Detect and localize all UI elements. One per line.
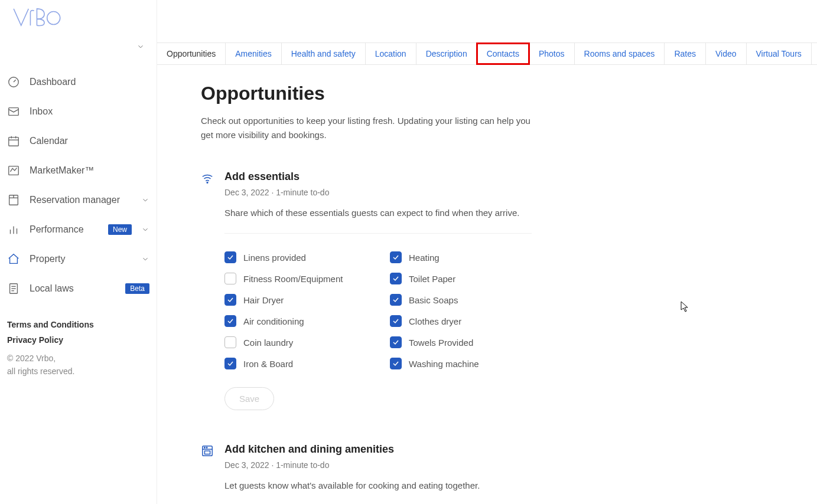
chevron-down-icon [141,255,149,263]
sidebar-item-inbox[interactable]: Inbox [0,97,157,126]
checkbox[interactable] [390,273,402,284]
svg-rect-7 [9,166,19,175]
card-kitchen: Add kitchen and dining amenities Dec 3, … [201,443,701,504]
account-collapse[interactable] [0,39,157,55]
svg-point-21 [204,447,205,448]
sidebar-item-marketmaker-[interactable]: MarketMaker™ [0,156,157,185]
check-label: Air conditioning [243,316,304,326]
check-label: Basic Soaps [409,295,458,305]
sidebar-item-performance[interactable]: PerformanceNew [0,215,157,244]
check-label: Heating [409,253,440,263]
svg-point-22 [206,447,207,448]
tab-health-and-safety[interactable]: Health and safety [281,43,366,64]
chevron-down-icon [141,196,149,204]
doc-icon [7,282,20,295]
wifi-icon [201,172,214,185]
sidebar-item-label: Calendar [30,136,149,146]
check-item: Toilet Paper [390,273,532,284]
card-kitchen-desc: Let guests know what's available for coo… [224,480,701,490]
check-label: Toilet Paper [409,274,455,284]
bars-icon [7,223,20,236]
check-label: Washing machine [409,359,479,369]
tabbar: OpportunitiesAmenitiesHealth and safetyL… [157,42,817,65]
checkbox[interactable] [390,336,402,348]
privacy-link[interactable]: Privacy Policy [7,335,149,345]
check-label: Towels Provided [409,338,473,348]
tab-opportunities[interactable]: Opportunities [157,43,226,64]
brand-logo[interactable] [0,0,157,39]
check-label: Clothes dryer [409,316,461,326]
check-label: Fitness Room/Equipment [243,274,343,284]
sidebar-item-local-laws[interactable]: Local lawsBeta [0,274,157,303]
tab-photos[interactable]: Photos [529,43,575,64]
checkbox[interactable] [390,294,402,306]
sidebar-item-calendar[interactable]: Calendar [0,126,157,156]
sidebar-nav: DashboardInboxCalendarMarketMaker™Reserv… [0,55,157,303]
oven-icon [201,444,214,457]
checkbox[interactable] [224,315,236,327]
checkbox[interactable] [224,251,236,263]
chart-icon [7,164,20,177]
sidebar-item-property[interactable]: Property [0,244,157,274]
sidebar-item-reservation-manager[interactable]: Reservation manager [0,185,157,215]
inbox-icon [7,105,20,118]
copyright-line2: all rights reserved. [7,365,149,378]
sidebar-item-label: Reservation manager [30,195,132,205]
copyright-line1: © 2022 Vrbo, [7,352,149,365]
tab-video[interactable]: Video [705,43,747,64]
check-label: Hair Dryer [243,295,284,305]
svg-rect-2 [9,108,19,116]
page-lede: Check out opportunities to keep your lis… [201,114,532,142]
tab-amenities[interactable]: Amenities [225,43,281,64]
sidebar-item-label: Dashboard [30,77,149,87]
check-item: Basic Soaps [390,294,532,306]
check-label: Linens provided [243,253,306,263]
tab-contacts[interactable]: Contacts [477,43,529,64]
svg-point-18 [207,182,208,183]
tab-rooms-and-spaces[interactable]: Rooms and spaces [574,43,665,64]
topbar [157,0,817,42]
badge-new: New [108,224,132,235]
sidebar: DashboardInboxCalendarMarketMaker™Reserv… [0,0,157,504]
check-item: Clothes dryer [390,315,532,327]
check-item: Air conditioning [224,315,366,327]
essentials-checklist: Linens providedHeatingFitness Room/Equip… [224,233,532,369]
check-item: Washing machine [390,358,532,369]
check-item: Linens provided [224,251,366,263]
svg-point-0 [47,12,60,25]
checkbox[interactable] [224,294,236,306]
card-essentials-desc: Share which of these essentials guests c… [224,208,701,218]
check-item: Hair Dryer [224,294,366,306]
sidebar-item-label: Inbox [30,106,149,117]
svg-rect-3 [9,138,19,146]
page-title: Opportunities [201,83,701,104]
check-item: Towels Provided [390,336,532,348]
checkbox[interactable] [390,358,402,369]
calendar-icon [7,135,20,148]
badge-beta: Beta [125,283,149,294]
save-button[interactable]: Save [224,387,274,410]
svg-rect-23 [204,451,210,454]
tab-description[interactable]: Description [416,43,477,64]
checkbox[interactable] [224,358,236,369]
checkbox[interactable] [224,336,236,348]
home-icon [7,253,20,266]
check-label: Coin laundry [243,338,293,348]
check-label: Iron & Board [243,359,293,369]
checkbox[interactable] [390,315,402,327]
tab-location[interactable]: Location [365,43,416,64]
check-item: Iron & Board [224,358,366,369]
check-item: Fitness Room/Equipment [224,273,366,284]
content-scroll[interactable]: Opportunities Check out opportunities to… [157,65,817,504]
checkbox[interactable] [224,273,236,284]
sidebar-item-dashboard[interactable]: Dashboard [0,67,157,97]
main: OpportunitiesAmenitiesHealth and safetyL… [157,0,817,504]
sidebar-item-label: Local laws [30,283,116,294]
sidebar-item-label: Property [30,254,132,264]
tab-rates[interactable]: Rates [664,43,706,64]
checkbox[interactable] [390,251,402,263]
terms-link[interactable]: Terms and Conditions [7,320,149,329]
tab-virtual-tours[interactable]: Virtual Tours [746,43,812,64]
card-essentials-title: Add essentials [224,171,701,183]
reservation-icon [7,194,20,207]
